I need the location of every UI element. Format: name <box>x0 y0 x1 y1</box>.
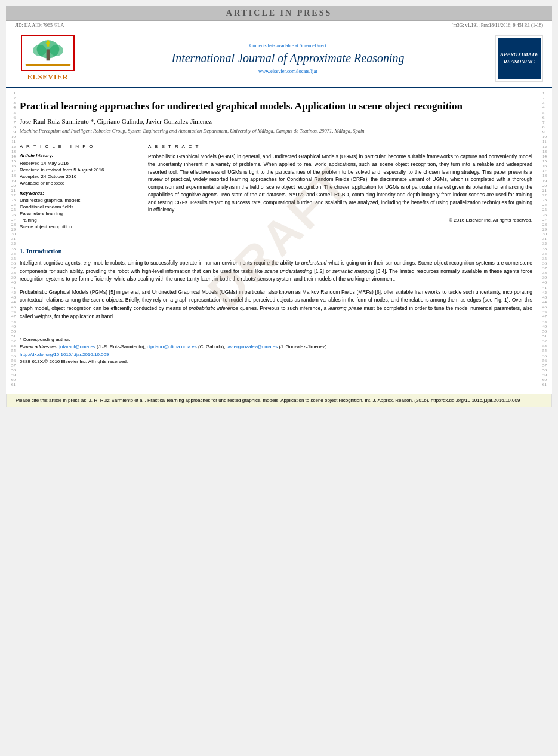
email-2-name: (C. Galindo), <box>198 344 227 349</box>
svg-rect-6 <box>47 43 49 46</box>
keyword-3: Parameters learning <box>20 211 139 216</box>
page: ARTICLE IN PRESS JID: IJA AID: 7965 /FLA… <box>6 6 552 407</box>
email-3[interactable]: javiergonzalez@uma.es <box>227 344 278 349</box>
journal-url[interactable]: www.elsevier.com/locate/ijar <box>87 68 489 74</box>
bottom-banner: Please cite this article in press as: J.… <box>6 394 552 407</box>
keyword-5: Scene object recognition <box>20 224 139 229</box>
elsevier-logo: ELSEVIER <box>15 35 81 82</box>
email-label: E-mail addresses: <box>20 344 58 349</box>
email-1[interactable]: jotaraul@uma.es <box>59 344 95 349</box>
separator-2 <box>20 238 532 238</box>
intro-para1: Intelligent cognitive agents, e.g. mobil… <box>20 259 532 284</box>
intro-heading: 1. Introduction <box>20 247 532 254</box>
svg-rect-2 <box>46 49 50 60</box>
journal-header: ELSEVIER Contents lists available at Sci… <box>6 30 552 88</box>
sciencedirect-prefix: Contents lists available at <box>249 43 300 48</box>
meta-right: [m3G; v1.191; Prn:18/11/2016; 9:45] P.1 … <box>452 23 543 28</box>
journal-logo-inner: APPROXIMATEREASONING <box>498 38 541 79</box>
intro-para2: Probabilistic Graphical Models (PGMs) [5… <box>20 288 532 321</box>
journal-url-text[interactable]: www.elsevier.com/locate/ijar <box>258 68 317 74</box>
article-history-label: Article history: <box>20 153 139 158</box>
abstract-text: Probabilistic Graphical Models (PGMs) in… <box>148 153 532 214</box>
sciencedirect-link[interactable]: Contents lists available at ScienceDirec… <box>87 43 489 48</box>
body-text: Intelligent cognitive agents, e.g. mobil… <box>20 259 532 321</box>
article-in-press-text: ARTICLE IN PRESS <box>226 8 332 17</box>
article-info-header: A R T I C L E I N F O <box>20 144 139 149</box>
main-content: DRAFT Practical learning approaches for … <box>17 88 541 388</box>
abstract-paragraph: Probabilistic Graphical Models (PGMs) in… <box>148 153 532 214</box>
affiliation: Machine Perception and Intelligent Robot… <box>20 128 532 134</box>
email-3-name: (J. Gonzalez-Jimenez). <box>279 344 328 349</box>
corresponding-author: * Corresponding author. <box>20 337 532 342</box>
email-addresses: E-mail addresses: jotaraul@uma.es (J.-R.… <box>20 344 532 349</box>
email-1-name: (J.-R. Ruiz-Sarmiento), <box>97 344 147 349</box>
abstract-header: A B S T R A C T <box>148 144 532 149</box>
elsevier-brand: ELSEVIER <box>27 73 69 82</box>
revised-date: Received in revised form 5 August 2016 <box>20 167 139 173</box>
keyword-2: Conditional random fields <box>20 204 139 210</box>
meta-left: JID: IJA AID: 7965 /FLA <box>15 23 64 28</box>
journal-center: Contents lists available at ScienceDirec… <box>81 43 495 74</box>
svg-rect-7 <box>25 63 70 66</box>
doi-link[interactable]: http://dx.doi.org/10.1016/j.ijar.2016.10… <box>20 352 532 357</box>
article-in-press-banner: ARTICLE IN PRESS <box>6 6 552 21</box>
article-info-column: A R T I C L E I N F O Article history: R… <box>20 144 139 231</box>
available-date: Available online xxxx <box>20 180 139 186</box>
authors-text: Jose-Raul Ruiz-Sarmiento *, Cipriano Gal… <box>20 118 212 125</box>
journal-title: International Journal of Approximate Rea… <box>87 51 489 65</box>
sciencedirect-name[interactable]: ScienceDirect <box>300 43 326 48</box>
line-numbers-left: 1234567891011121314151617181920212223242… <box>6 88 17 388</box>
abstract-column: A B S T R A C T Probabilistic Graphical … <box>148 144 532 231</box>
keywords-label: Keywords: <box>20 190 139 196</box>
issn-rights: 0888-613X/© 2016 Elsevier Inc. All right… <box>20 359 532 364</box>
top-meta: JID: IJA AID: 7965 /FLA [m3G; v1.191; Pr… <box>6 21 552 30</box>
keyword-1: Undirected graphical models <box>20 198 139 203</box>
line-numbers-right: 1234567891011121314151617181920212223242… <box>541 88 552 388</box>
footnotes: * Corresponding author. E-mail addresses… <box>20 333 532 364</box>
logo-box <box>21 35 75 71</box>
article-title: Practical learning approaches for undire… <box>20 100 532 113</box>
received-date: Received 14 May 2016 <box>20 161 139 166</box>
bottom-banner-text: Please cite this article in press as: J.… <box>16 398 520 403</box>
journal-abbrev: APPROXIMATEREASONING <box>500 51 538 65</box>
copyright: © 2016 Elsevier Inc. All rights reserved… <box>148 217 532 223</box>
journal-logo-right: APPROXIMATEREASONING <box>495 35 543 82</box>
content-wrapper: 1234567891011121314151617181920212223242… <box>6 88 552 388</box>
accepted-date: Accepted 24 October 2016 <box>20 174 139 179</box>
authors: Jose-Raul Ruiz-Sarmiento *, Cipriano Gal… <box>20 118 532 125</box>
intro-section: 1. Introduction Intelligent cognitive ag… <box>20 247 532 321</box>
email-2[interactable]: cipriano@ctima.uma.es <box>147 344 197 349</box>
separator-1 <box>20 139 532 139</box>
two-column-section: A R T I C L E I N F O Article history: R… <box>20 144 532 231</box>
svg-point-4 <box>50 44 63 56</box>
svg-point-3 <box>33 44 47 56</box>
keyword-4: Training <box>20 217 139 223</box>
doi-url[interactable]: http://dx.doi.org/10.1016/j.ijar.2016.10… <box>20 352 109 357</box>
